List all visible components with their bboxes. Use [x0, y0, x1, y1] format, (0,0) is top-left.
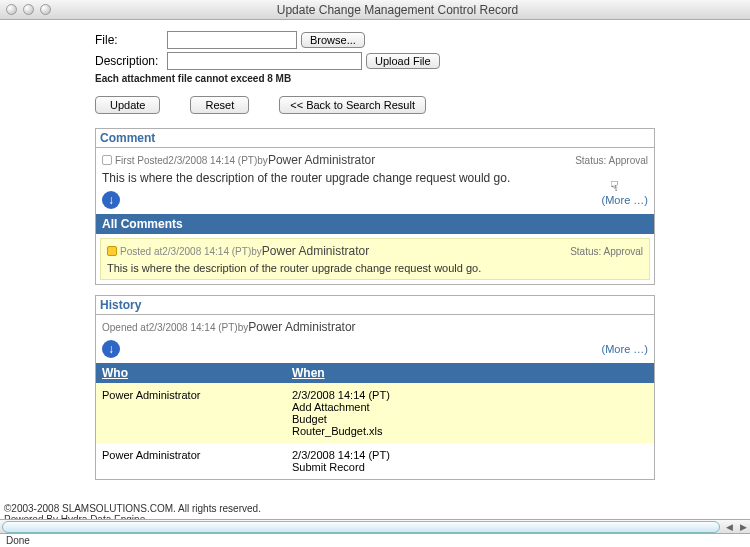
opened-prefix: Opened at — [102, 322, 149, 333]
expand-down-icon[interactable]: ↓ — [102, 340, 120, 358]
update-button[interactable]: Update — [95, 96, 160, 114]
sub-comment-body: This is where the description of the rou… — [107, 262, 643, 274]
history-when: 2/3/2008 14:14 (PT) Submit Record — [292, 449, 648, 473]
file-input[interactable] — [167, 31, 297, 49]
history-panel-body: Opened at 2/3/2008 14:14 (PT) by Power A… — [96, 315, 654, 363]
sub-status-label: Status: — [570, 246, 603, 257]
by-text: by — [257, 155, 268, 166]
file-row: File: Browse... — [95, 31, 655, 49]
comment-panel-title: Comment — [96, 129, 654, 148]
zoom-window-button[interactable] — [40, 4, 51, 15]
history-author: Power Administrator — [248, 320, 355, 334]
minimize-window-button[interactable] — [23, 4, 34, 15]
history-panel: History Opened at 2/3/2008 14:14 (PT) by… — [95, 295, 655, 480]
history-who: Power Administrator — [102, 389, 292, 437]
window-title: Update Change Management Control Record — [51, 3, 744, 17]
comment-item: Posted at 2/3/2008 14:14 (PT) by Power A… — [100, 238, 650, 280]
table-row: Power Administrator 2/3/2008 14:14 (PT) … — [96, 443, 654, 479]
sub-comment-meta: Posted at 2/3/2008 14:14 (PT) by Power A… — [107, 244, 643, 258]
all-comments-header: All Comments — [96, 214, 654, 234]
main-content: File: Browse... Description: Upload File… — [95, 20, 655, 480]
comment-panel-body: First Posted 2/3/2008 14:14 (PT) by Powe… — [96, 148, 654, 214]
scroll-right-icon[interactable]: ▶ — [736, 522, 750, 532]
action-buttons: Update Reset << Back to Search Result — [95, 94, 655, 128]
status-bar: Done — [0, 533, 750, 547]
comment-author: Power Administrator — [268, 153, 375, 167]
close-window-button[interactable] — [6, 4, 17, 15]
description-label: Description: — [95, 54, 167, 68]
back-to-search-button[interactable]: << Back to Search Result — [279, 96, 426, 114]
comment-meta: First Posted 2/3/2008 14:14 (PT) by Powe… — [102, 153, 648, 167]
horizontal-scrollbar[interactable]: ◀ ▶ — [0, 519, 750, 533]
sub-comment-timestamp: 2/3/2008 14:14 (PT) — [162, 246, 251, 257]
history-meta: Opened at 2/3/2008 14:14 (PT) by Power A… — [102, 320, 648, 334]
history-bottom-row: ↓ (More …) — [102, 340, 648, 358]
posted-prefix: Posted at — [120, 246, 162, 257]
col-who[interactable]: Who — [102, 366, 292, 380]
first-posted-prefix: First Posted — [115, 155, 168, 166]
sub-comment-author: Power Administrator — [262, 244, 369, 258]
table-row: Power Administrator 2/3/2008 14:14 (PT) … — [96, 383, 654, 443]
comment-timestamp: 2/3/2008 14:14 (PT) — [168, 155, 257, 166]
status-value: Approval — [609, 155, 648, 166]
note-icon — [102, 155, 112, 165]
window-controls — [6, 4, 51, 15]
upload-file-button[interactable]: Upload File — [366, 53, 440, 69]
sub-status-value: Approval — [604, 246, 643, 257]
comment-more-link[interactable]: (More …) — [602, 194, 648, 206]
status-label: Status: — [575, 155, 608, 166]
file-label: File: — [95, 33, 167, 47]
expand-down-icon[interactable]: ↓ — [102, 191, 120, 209]
scrollbar-thumb[interactable] — [2, 521, 720, 533]
history-timestamp: 2/3/2008 14:14 (PT) — [149, 322, 238, 333]
comment-panel: Comment First Posted 2/3/2008 14:14 (PT)… — [95, 128, 655, 285]
scroll-left-icon[interactable]: ◀ — [722, 522, 736, 532]
description-input[interactable] — [167, 52, 362, 70]
browse-button[interactable]: Browse... — [301, 32, 365, 48]
attachment-size-note: Each attachment file cannot exceed 8 MB — [95, 73, 655, 84]
copyright-text: ©2003-2008 SLAMSOLUTIONS.COM. All rights… — [4, 503, 261, 514]
history-panel-title: History — [96, 296, 654, 315]
comment-bottom-row: ↓ (More …) — [102, 191, 648, 209]
col-when[interactable]: When — [292, 366, 325, 380]
sticky-note-icon — [107, 246, 117, 256]
comment-body: This is where the description of the rou… — [102, 171, 648, 185]
by-text: by — [238, 322, 249, 333]
comment-status: Status: Approval — [575, 155, 648, 166]
history-who: Power Administrator — [102, 449, 292, 473]
sub-comment-status: Status: Approval — [570, 246, 643, 257]
by-text: by — [251, 246, 262, 257]
history-table-header: Who When — [96, 363, 654, 383]
status-text: Done — [6, 535, 30, 546]
history-when: 2/3/2008 14:14 (PT) Add Attachment Budge… — [292, 389, 648, 437]
window-titlebar: Update Change Management Control Record — [0, 0, 750, 20]
reset-button[interactable]: Reset — [190, 96, 249, 114]
history-more-link[interactable]: (More …) — [602, 343, 648, 355]
description-row: Description: Upload File — [95, 52, 655, 70]
